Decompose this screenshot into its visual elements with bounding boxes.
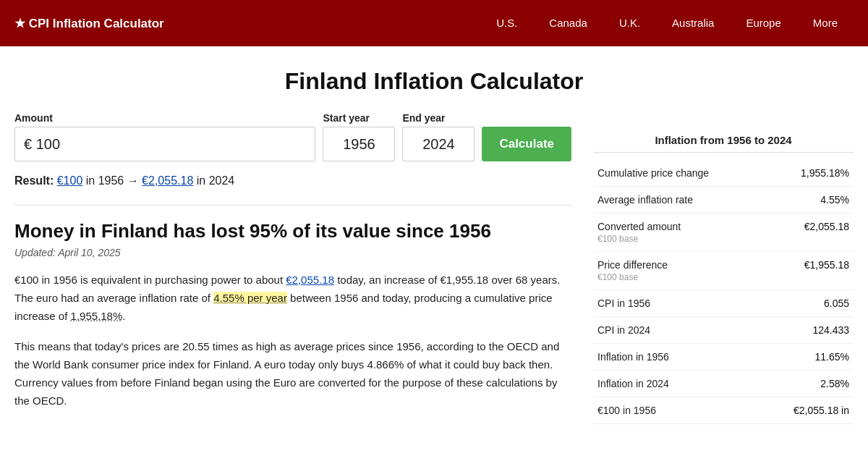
stats-value: 124.433 bbox=[736, 317, 854, 344]
divider-1 bbox=[14, 205, 571, 206]
result-amount-to[interactable]: €2,055.18 bbox=[142, 174, 193, 187]
headline: Money in Finland has lost 95% of its val… bbox=[14, 220, 571, 242]
calculate-button[interactable]: Calculate bbox=[482, 127, 571, 161]
nav-europe[interactable]: Europe bbox=[730, 0, 796, 46]
amount-field-group: Amount bbox=[14, 112, 315, 161]
stats-label: Average inflation rate bbox=[593, 187, 736, 214]
stats-value: 2.58% bbox=[736, 371, 854, 397]
nav-australia[interactable]: Australia bbox=[656, 0, 730, 46]
stats-label: Inflation in 1956 bbox=[593, 344, 736, 371]
result-bold-label: Result: bbox=[14, 174, 54, 187]
updated-date: Updated: April 10, 2025 bbox=[14, 247, 571, 258]
stats-label: Converted amount€100 base bbox=[593, 214, 736, 252]
stats-label: CPI in 2024 bbox=[593, 317, 736, 344]
stats-row: CPI in 19566.055 bbox=[593, 290, 854, 317]
stats-value: 11.65% bbox=[736, 344, 854, 371]
stats-table: Inflation from 1956 to 2024 Cumulative p… bbox=[593, 134, 854, 424]
stats-label: Inflation in 2024 bbox=[593, 371, 736, 397]
start-year-field-group: Start year bbox=[323, 112, 395, 161]
stats-sublabel: €100 base bbox=[597, 272, 732, 282]
stats-label: €100 in 1956 bbox=[593, 397, 736, 424]
stats-label: Price difference€100 base bbox=[593, 252, 736, 290]
nav-us[interactable]: U.S. bbox=[480, 0, 533, 46]
result-amount-from[interactable]: €100 bbox=[57, 174, 83, 187]
stats-value: 1,955.18% bbox=[736, 160, 854, 187]
stats-value: €2,055.18 in bbox=[736, 397, 854, 424]
stats-value: 6.055 bbox=[736, 290, 854, 317]
page-title: Finland Inflation Calculator bbox=[0, 68, 868, 95]
nav-canada[interactable]: Canada bbox=[533, 0, 603, 46]
end-year-input[interactable] bbox=[402, 127, 475, 161]
sidebar: Inflation from 1956 to 2024 Cumulative p… bbox=[593, 112, 854, 424]
result-year-from: 1956 bbox=[98, 174, 124, 187]
content-area: Amount Start year End year Calculate Res… bbox=[14, 112, 593, 424]
calculator-form: Amount Start year End year Calculate bbox=[14, 112, 571, 161]
amount-label: Amount bbox=[14, 112, 315, 124]
result-year-to: 2024 bbox=[209, 174, 235, 187]
highlight-amount: €2,055.18 bbox=[286, 274, 334, 286]
para-1: €100 in 1956 is equivalent in purchasing… bbox=[14, 271, 571, 325]
para-2: This means that today's prices are 20.55… bbox=[14, 338, 571, 410]
stats-value: €1,955.18 bbox=[736, 252, 854, 290]
stats-row: CPI in 2024124.433 bbox=[593, 317, 854, 344]
stats-value: 4.55% bbox=[736, 187, 854, 214]
stats-label: CPI in 1956 bbox=[593, 290, 736, 317]
stats-row: Cumulative price change1,955.18% bbox=[593, 160, 854, 187]
stats-row: Inflation in 20242.58% bbox=[593, 371, 854, 397]
stats-row: Converted amount€100 base€2,055.18 bbox=[593, 214, 854, 252]
nav-more[interactable]: More bbox=[797, 0, 854, 46]
start-year-input[interactable] bbox=[323, 127, 395, 161]
highlight-rate: 4.55% per year bbox=[213, 292, 287, 304]
stats-row: Price difference€100 base€1,955.18 bbox=[593, 252, 854, 290]
start-year-label: Start year bbox=[323, 112, 395, 124]
stats-row: Average inflation rate4.55% bbox=[593, 187, 854, 214]
stats-sublabel: €100 base bbox=[597, 234, 732, 244]
stats-row: €100 in 1956€2,055.18 in bbox=[593, 397, 854, 424]
amount-input[interactable] bbox=[14, 127, 315, 161]
stats-table-body: Cumulative price change1,955.18%Average … bbox=[593, 160, 854, 424]
result-line: Result: €100 in 1956 → €2,055.18 in 2024 bbox=[14, 174, 571, 187]
nav-links: U.S. Canada U.K. Australia Europe More bbox=[480, 0, 854, 46]
navbar: ★ CPI Inflation Calculator U.S. Canada U… bbox=[0, 0, 868, 46]
end-year-label: End year bbox=[402, 112, 475, 124]
nav-brand[interactable]: ★ CPI Inflation Calculator bbox=[14, 16, 480, 31]
end-year-field-group: End year bbox=[402, 112, 475, 161]
highlight-cumulative: 1,955.18% bbox=[71, 310, 123, 322]
nav-uk[interactable]: U.K. bbox=[603, 0, 656, 46]
stats-row: Inflation in 195611.65% bbox=[593, 344, 854, 371]
stats-value: €2,055.18 bbox=[736, 214, 854, 252]
stats-label: Cumulative price change bbox=[593, 160, 736, 187]
stats-table-title: Inflation from 1956 to 2024 bbox=[593, 134, 854, 153]
